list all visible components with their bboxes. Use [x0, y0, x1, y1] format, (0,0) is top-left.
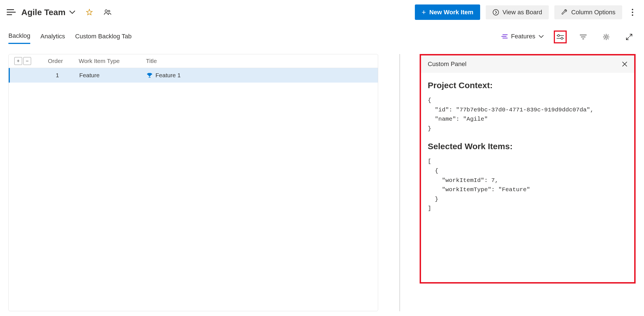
- wrench-icon: [561, 9, 568, 16]
- column-options-button[interactable]: Column Options: [554, 5, 622, 19]
- selected-items-heading: Selected Work Items:: [428, 142, 627, 151]
- backlog-grid: + − Order Work Item Type Title 1 Feature…: [8, 54, 378, 311]
- svg-point-0: [105, 10, 107, 12]
- panel-title: Custom Panel: [428, 60, 466, 68]
- tab-custom-backlog[interactable]: Custom Backlog Tab: [75, 33, 131, 43]
- svg-point-3: [632, 9, 633, 10]
- svg-point-2: [493, 10, 499, 15]
- plus-icon: +: [422, 8, 426, 17]
- table-row[interactable]: 1 Feature Feature 1: [9, 68, 378, 83]
- trophy-icon: [147, 72, 153, 78]
- team-name: Agile Team: [21, 8, 66, 17]
- view-as-board-label: View as Board: [503, 9, 542, 16]
- people-icon[interactable]: [104, 9, 111, 15]
- menu-icon[interactable]: [7, 8, 16, 17]
- svg-point-12: [561, 38, 563, 39]
- selected-items-code: [ { "workItemId": 7, "workItemType": "Fe…: [428, 157, 627, 213]
- custom-panel: Custom Panel Project Context: { "id": "7…: [420, 54, 636, 284]
- backlog-level-label: Features: [511, 33, 535, 40]
- level-icon: [501, 34, 508, 39]
- settings-toggle-button[interactable]: [554, 31, 567, 43]
- project-context-code: { "id": "77b7e9bc-37d0-4771-839c-919d9dd…: [428, 96, 627, 133]
- more-icon[interactable]: [628, 6, 637, 19]
- tab-analytics[interactable]: Analytics: [40, 33, 65, 43]
- filter-icon[interactable]: [577, 31, 590, 43]
- fullscreen-icon[interactable]: [623, 31, 636, 43]
- view-as-board-button[interactable]: View as Board: [486, 5, 549, 19]
- tab-backlog[interactable]: Backlog: [8, 32, 30, 44]
- column-options-label: Column Options: [571, 9, 615, 16]
- collapse-all-button[interactable]: −: [23, 57, 31, 65]
- grid-header-row: + − Order Work Item Type Title: [9, 54, 378, 68]
- team-selector[interactable]: Agile Team: [21, 8, 75, 17]
- close-icon[interactable]: [622, 61, 627, 67]
- chevron-down-icon: [69, 11, 75, 14]
- backlog-level-selector[interactable]: Features: [501, 33, 544, 43]
- panel-divider[interactable]: [399, 54, 400, 311]
- svg-point-9: [558, 35, 560, 37]
- svg-point-4: [632, 11, 633, 13]
- gear-icon[interactable]: [600, 31, 613, 43]
- svg-point-1: [108, 10, 110, 12]
- cell-order: 1: [48, 72, 79, 79]
- svg-point-18: [605, 36, 607, 38]
- new-work-item-label: New Work Item: [429, 9, 473, 16]
- new-work-item-button[interactable]: + New Work Item: [415, 4, 480, 20]
- column-header-type[interactable]: Work Item Type: [79, 58, 146, 64]
- expand-all-button[interactable]: +: [14, 57, 22, 65]
- cell-type: Feature: [79, 72, 147, 79]
- chevron-down-icon: [539, 35, 544, 38]
- project-context-heading: Project Context:: [428, 81, 627, 90]
- column-header-order[interactable]: Order: [48, 58, 79, 64]
- arrow-circle-icon: [492, 9, 499, 16]
- column-header-title[interactable]: Title: [146, 58, 372, 64]
- svg-point-5: [632, 14, 633, 16]
- star-icon[interactable]: [86, 9, 93, 16]
- cell-title: Feature 1: [155, 72, 181, 79]
